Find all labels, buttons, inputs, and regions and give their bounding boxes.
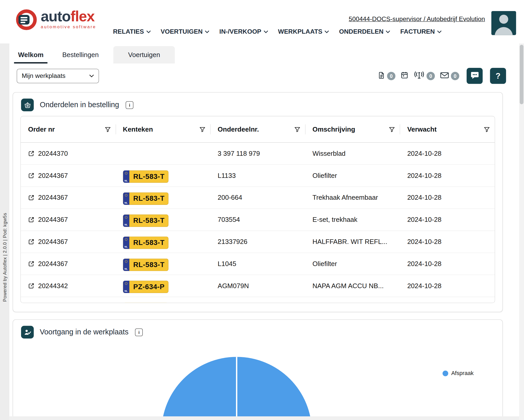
open-order-icon[interactable] (28, 239, 34, 245)
license-plate-number: RL-583-T (129, 236, 169, 249)
license-plate: NL PZ-634-P (123, 280, 169, 293)
tab-welkom[interactable]: Welkom (11, 46, 51, 63)
column-label: Onderdeelnr. (218, 125, 259, 133)
plate-country: NL (124, 179, 128, 181)
open-order-icon[interactable] (28, 172, 34, 179)
open-order-icon[interactable] (28, 261, 34, 267)
nav-item-label: IN-/VERKOOP (219, 28, 261, 35)
logo-word-flex: flex (70, 8, 94, 24)
logo-word-auto: auto (41, 8, 71, 24)
license-plate-number: PZ-634-P (129, 280, 169, 293)
filter-funnel-icon[interactable] (199, 126, 206, 133)
toolbar: Mijn werkplaats 0 (17, 68, 506, 84)
part-description: Trekhaak Afneembaar (312, 194, 378, 201)
plate-eu-strip: NL (123, 303, 129, 303)
info-icon[interactable]: i (126, 101, 133, 109)
table-row: 20244342 NL PZ-634-P (21, 297, 495, 303)
vertical-scrollbar[interactable] (519, 43, 524, 420)
tab-bar: Welkom Bestellingen Voertuigen (9, 46, 175, 63)
filter-funnel-icon[interactable] (484, 126, 490, 133)
progress-card-title: Voortgang in de werkplaats (40, 328, 129, 336)
open-order-icon[interactable] (28, 283, 34, 289)
mail-indicator[interactable]: 0 (440, 71, 459, 80)
orders-card: Onderdelen in bestelling i Order nr Kent… (13, 92, 503, 312)
order-number: 20244370 (38, 150, 68, 157)
orders-card-header: Onderdelen in bestelling i (13, 93, 502, 116)
nav-menu-item[interactable]: IN-/VERKOOP (219, 28, 268, 35)
eu-stars-icon (124, 216, 128, 219)
part-description: E-set, trekhaak (312, 216, 357, 223)
info-icon[interactable]: i (135, 328, 143, 336)
part-number: L1045 (218, 260, 236, 267)
order-number: 20244342 (38, 282, 68, 290)
user-avatar[interactable] (491, 11, 516, 35)
plate-country: NL (124, 289, 128, 292)
help-label: ? (495, 71, 500, 80)
tab-bestellingen[interactable]: Bestellingen (55, 46, 106, 63)
parts-order-icon (21, 99, 34, 111)
antenna-signal-icon (413, 71, 425, 81)
open-order-icon[interactable] (28, 195, 34, 201)
logo-tagline: automotive software (41, 24, 96, 30)
part-description: Wisserblad (312, 150, 346, 157)
nav-item-label: WERKPLAATS (278, 28, 322, 35)
signal-count-badge: 0 (427, 72, 435, 80)
open-order-icon[interactable] (28, 216, 34, 223)
workshop-select[interactable]: Mijn werkplaats (17, 69, 99, 83)
document-icon (378, 71, 385, 81)
tab-voertuigen[interactable]: Voertuigen (113, 46, 175, 63)
nav-menu-item[interactable]: VOERTUIGEN (161, 28, 209, 35)
plate-country: NL (124, 268, 128, 270)
signal-indicator[interactable]: 0 (413, 71, 435, 81)
open-order-icon[interactable] (28, 150, 34, 157)
table-column-header: Kenteken (115, 116, 210, 142)
part-number: L1133 (218, 172, 236, 179)
filter-funnel-icon[interactable] (294, 126, 301, 133)
calendar-button[interactable] (400, 71, 408, 80)
person-check-icon (21, 326, 34, 339)
chart-legend[interactable]: Afspraak (442, 370, 474, 377)
chevron-down-icon (386, 30, 390, 33)
order-number: 20244367 (38, 238, 68, 246)
account-link[interactable]: 500444-DOCS-supervisor / Autobedrijf Evo… (349, 15, 485, 23)
nav-menu-item[interactable]: ONDERDELEN (339, 28, 390, 35)
orders-table-header-row: Order nr Kenteken Onderdeelnr. (21, 116, 495, 142)
column-label: Kenteken (123, 125, 153, 133)
chat-button[interactable] (467, 68, 483, 84)
nav-item-label: ONDERDELEN (339, 28, 384, 35)
filter-funnel-icon[interactable] (104, 126, 111, 133)
help-button[interactable]: ? (490, 68, 506, 84)
part-number: 21337926 (218, 238, 248, 245)
autoflex-logo-icon (15, 9, 38, 32)
expected-date: 2024-10-28 (407, 238, 441, 245)
order-number: 20244367 (38, 260, 68, 268)
documents-indicator[interactable]: 0 (378, 71, 395, 81)
nav-menu-item[interactable]: RELATIES (113, 28, 150, 35)
plate-country: NL (124, 245, 128, 248)
expected-date: 2024-10-28 (407, 216, 441, 223)
expected-date: 2024-10-28 (407, 282, 441, 289)
expected-date: 2024-10-28 (407, 260, 441, 267)
vertical-scrollbar-thumb[interactable] (520, 45, 523, 104)
chevron-down-icon (146, 30, 151, 33)
part-number: 3 397 118 979 (218, 150, 260, 157)
legend-dot (442, 370, 448, 376)
part-description: Oliefilter (312, 172, 337, 179)
nav-menu-item[interactable]: FACTUREN (400, 28, 441, 35)
horizontal-scrollbar[interactable] (9, 416, 519, 420)
license-plate: NL RL-583-T (123, 259, 169, 271)
pie-slice-divider (236, 357, 237, 420)
page: Powered by Autoflex | 2.0.0 | Pod: kgw5s… (0, 0, 524, 420)
table-row: 20244367 NL RL-583-T (21, 231, 495, 253)
orders-table: Order nr Kenteken Onderdeelnr. (20, 116, 495, 303)
plate-country: NL (124, 201, 128, 204)
nav-menu-item[interactable]: WERKPLAATS (278, 28, 329, 35)
table-row: 20244367 NL RL-583-T (21, 253, 495, 275)
plate-country: NL (124, 223, 128, 226)
license-plate-number: RL-583-T (129, 259, 169, 271)
expected-date: 2024-10-28 (407, 172, 441, 179)
toolbar-icons: 0 (378, 68, 506, 84)
expected-date: 2024-10-28 (407, 150, 441, 157)
autoflex-logo[interactable]: autoflex automotive software (15, 9, 96, 32)
filter-funnel-icon[interactable] (389, 126, 395, 133)
